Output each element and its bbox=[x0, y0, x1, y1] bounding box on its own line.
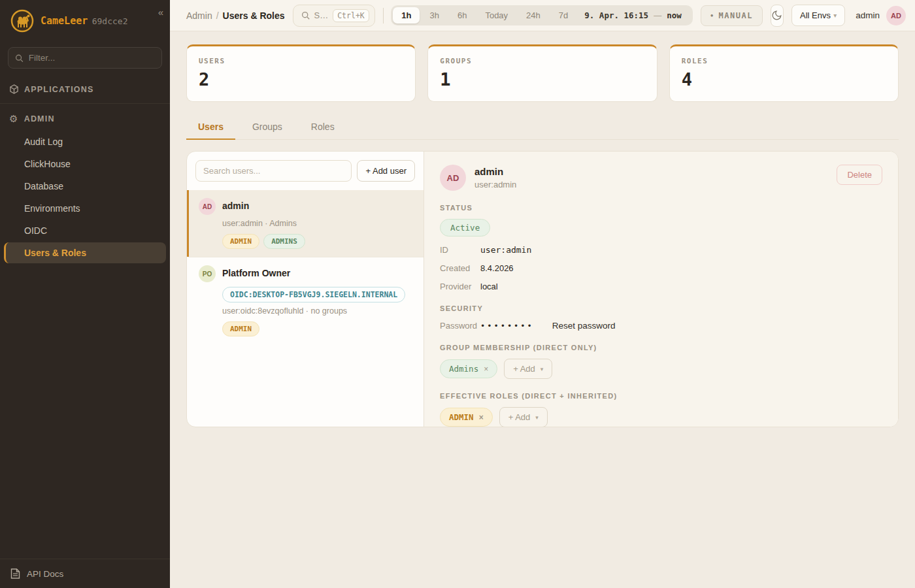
user-meta: user:oidc:8evzqofluhld · no groups bbox=[222, 306, 414, 316]
stat-value: 2 bbox=[199, 69, 403, 90]
password-label: Password bbox=[440, 321, 480, 331]
search-users-input[interactable] bbox=[195, 160, 352, 182]
tabs: Users Groups Roles bbox=[186, 116, 899, 140]
theme-toggle-button[interactable] bbox=[771, 5, 784, 27]
range-24h[interactable]: 24h bbox=[518, 7, 549, 24]
tab-groups[interactable]: Groups bbox=[241, 116, 294, 140]
time-from: 9. Apr. 16:15 bbox=[584, 10, 648, 20]
field-label: Provider bbox=[440, 282, 480, 291]
stat-label: ROLES bbox=[682, 57, 886, 65]
environment-select[interactable]: All Envs ▾ bbox=[791, 5, 845, 26]
range-today[interactable]: Today bbox=[476, 7, 516, 24]
sidebar-item-environments[interactable]: Environments bbox=[4, 198, 166, 219]
user-row-admin[interactable]: AD admin user:admin · Admins ADMIN ADMIN… bbox=[187, 190, 424, 257]
stat-label: GROUPS bbox=[440, 57, 644, 65]
refresh-mode-button[interactable]: ● MANUAL bbox=[701, 5, 763, 26]
user-list-column: + Add user AD admin user:admin · Admins … bbox=[187, 152, 424, 427]
password-masked-value: •••••••• bbox=[480, 321, 534, 331]
user-avatar[interactable]: AD bbox=[886, 6, 906, 25]
status-dot: ● bbox=[710, 12, 714, 18]
sidebar-admin-items: Audit Log ClickHouse Database Environmen… bbox=[0, 131, 170, 263]
role-badge: ADMIN bbox=[222, 321, 259, 336]
field-id: ID user:admin bbox=[440, 245, 882, 255]
chevron-down-icon: ▾ bbox=[535, 414, 539, 421]
sidebar-filter-wrap bbox=[0, 42, 170, 78]
section-label: APPLICATIONS bbox=[24, 85, 94, 94]
add-group-button[interactable]: + Add ▾ bbox=[504, 359, 552, 379]
refresh-mode-label: MANUAL bbox=[719, 11, 753, 20]
detail-header: AD admin user:admin Delete bbox=[440, 165, 882, 191]
stat-card-groups: GROUPS 1 bbox=[427, 44, 657, 102]
detail-user-name: admin bbox=[474, 165, 516, 177]
time-range-display[interactable]: 9. Apr. 16:15 — now bbox=[578, 8, 690, 23]
breadcrumb-separator: / bbox=[216, 10, 219, 21]
field-provider: Provider local bbox=[440, 282, 882, 291]
main-area: Admin / Users & Roles S… Ctrl+K 1h 3h 6h… bbox=[170, 0, 915, 588]
status-badge: Active bbox=[440, 219, 490, 237]
sidebar-filter-input[interactable] bbox=[29, 53, 155, 63]
breadcrumb-current: Users & Roles bbox=[223, 10, 285, 21]
remove-group-icon[interactable]: × bbox=[484, 365, 488, 374]
tab-roles[interactable]: Roles bbox=[299, 116, 346, 140]
group-chip-admins: Admins × bbox=[440, 359, 497, 378]
app-title-group: CameLeer 69dcce2 bbox=[41, 15, 128, 27]
field-value: user:admin bbox=[480, 245, 531, 255]
topbar-username: admin bbox=[856, 10, 880, 20]
cameleer-logo-icon bbox=[10, 9, 34, 33]
password-row: Password •••••••• Reset password bbox=[440, 321, 882, 331]
detail-title-group: admin user:admin bbox=[474, 165, 516, 189]
topbar-user: admin AD bbox=[856, 6, 906, 25]
range-3h[interactable]: 3h bbox=[421, 7, 447, 24]
user-badges: ADMIN bbox=[222, 321, 414, 336]
user-row-top: PO Platform Owner bbox=[199, 265, 414, 282]
topbar: Admin / Users & Roles S… Ctrl+K 1h 3h 6h… bbox=[170, 0, 915, 31]
remove-role-icon[interactable]: × bbox=[479, 413, 484, 422]
role-chips-row: ADMIN × + Add ▾ bbox=[440, 407, 882, 427]
sidebar-item-users-roles[interactable]: Users & Roles bbox=[4, 242, 166, 263]
sidebar-collapse-button[interactable]: « bbox=[158, 7, 163, 18]
sidebar-item-oidc[interactable]: OIDC bbox=[4, 220, 166, 241]
breadcrumb-admin[interactable]: Admin bbox=[186, 10, 212, 21]
sidebar-section-applications[interactable]: APPLICATIONS bbox=[0, 78, 170, 101]
range-1h[interactable]: 1h bbox=[393, 7, 420, 24]
user-meta: user:admin · Admins bbox=[222, 219, 414, 228]
user-name: Platform Owner bbox=[222, 265, 290, 278]
stat-value: 4 bbox=[682, 69, 886, 90]
range-7d[interactable]: 7d bbox=[550, 7, 576, 24]
role-badge: ADMIN bbox=[222, 234, 259, 249]
sidebar-section-admin[interactable]: ⚙ ADMIN bbox=[0, 106, 170, 131]
sidebar-item-database[interactable]: Database bbox=[4, 176, 166, 197]
tab-users[interactable]: Users bbox=[186, 116, 235, 140]
sidebar-item-audit-log[interactable]: Audit Log bbox=[4, 131, 166, 152]
stat-value: 1 bbox=[440, 69, 644, 90]
add-role-button[interactable]: + Add ▾ bbox=[499, 407, 548, 427]
security-section-label: SECURITY bbox=[440, 304, 882, 312]
role-chip-admin: ADMIN × bbox=[440, 408, 493, 427]
field-label: ID bbox=[440, 245, 480, 255]
range-6h[interactable]: 6h bbox=[449, 7, 475, 24]
stat-label: USERS bbox=[199, 57, 403, 65]
search-icon bbox=[15, 54, 24, 63]
api-docs-link[interactable]: API Docs bbox=[0, 559, 170, 588]
stat-card-roles: ROLES 4 bbox=[669, 44, 899, 102]
field-value: local bbox=[480, 282, 498, 291]
detail-user-id: user:admin bbox=[474, 180, 516, 189]
add-label: + Add bbox=[508, 412, 531, 422]
reset-password-link[interactable]: Reset password bbox=[552, 321, 616, 331]
sidebar-item-clickhouse[interactable]: ClickHouse bbox=[4, 154, 166, 174]
search-icon bbox=[301, 11, 310, 20]
add-user-button[interactable]: + Add user bbox=[357, 160, 415, 182]
sidebar-divider bbox=[0, 103, 170, 104]
users-panel: + Add user AD admin user:admin · Admins … bbox=[186, 151, 899, 427]
sidebar-filter bbox=[8, 47, 162, 69]
user-row-platform-owner[interactable]: PO Platform Owner OIDC:DESKTOP-FB5VGJ9.S… bbox=[187, 257, 424, 344]
api-docs-label: API Docs bbox=[27, 569, 63, 579]
status-section-label: STATUS bbox=[440, 204, 882, 212]
stats-row: USERS 2 GROUPS 1 ROLES 4 bbox=[186, 44, 899, 102]
delete-user-button[interactable]: Delete bbox=[837, 165, 882, 185]
user-row-top: AD admin bbox=[199, 198, 414, 215]
global-search-button[interactable]: S… Ctrl+K bbox=[293, 5, 375, 27]
content: USERS 2 GROUPS 1 ROLES 4 Users Groups Ro… bbox=[170, 31, 915, 440]
app-title: CameLeer bbox=[41, 15, 88, 27]
time-range-control: 1h 3h 6h Today 24h 7d 9. Apr. 16:15 — no… bbox=[391, 5, 692, 25]
